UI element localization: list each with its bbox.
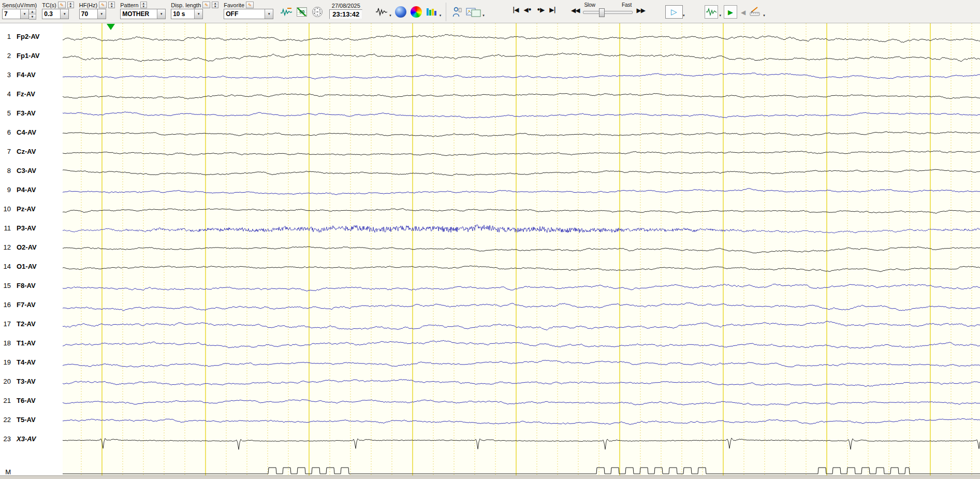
right-tools-group: ▾ ▶ ◀ ▾ [704,1,766,19]
video-review-button[interactable] [466,5,481,19]
topo-map-button[interactable] [394,5,407,19]
rewind-button[interactable]: ◀◀ [568,6,582,14]
channel-label-row[interactable]: 14O1-AV [0,263,63,271]
waveform-display-button[interactable] [375,5,388,19]
electrode-map-button[interactable] [311,5,324,19]
chevron-down-icon[interactable]: ▾ [194,9,202,19]
favorite-dropdown[interactable]: OFF ▾ [224,9,273,19]
spin-down-icon[interactable]: ▼ [212,5,218,8]
skip-to-start-button[interactable]: |◀ [510,6,521,13]
chevron-down-icon[interactable]: ▾ [389,13,391,18]
display-length-value: 10 s [171,9,194,19]
channel-label: T3-AV [17,378,36,386]
channel-label-row[interactable]: 19T4-AV [0,358,63,367]
chevron-down-icon[interactable]: ▾ [97,9,106,19]
toolbar-separator [446,3,446,21]
edit-pencil-icon[interactable]: ✎ [202,2,210,8]
channel-number: 17 [0,320,11,328]
fast-label: Fast [622,2,632,8]
display-length-spinner[interactable]: ▲ ▼ [212,2,218,8]
channel-label-row[interactable]: 2Fp1-AV [0,52,63,60]
pattern-spinner[interactable]: ▲ ▼ [140,2,147,8]
channel-label: O2-AV [17,243,37,252]
speed-slider[interactable] [583,11,633,14]
chevron-down-icon[interactable]: ▾ [265,9,273,19]
channel-number: 23 [0,435,11,443]
eeg-trace-T2-AV [63,321,980,330]
channel-label-row[interactable]: 15F8-AV [0,282,63,290]
position-marker-icon[interactable] [107,24,115,30]
channel-label-row[interactable]: 5F3-AV [0,109,63,118]
channel-label-row[interactable]: 6C4-AV [0,128,63,137]
channel-label-row[interactable]: 23X3-AV [0,435,63,443]
waveform-icon [375,7,388,17]
edit-pencil-icon[interactable]: ✎ [99,2,107,8]
montage-edit-button[interactable] [280,5,293,19]
play-button[interactable]: ▷ [665,5,683,19]
notch-filter-button[interactable]: 50 [295,5,309,19]
channel-label: T1-AV [17,339,36,347]
skip-to-end-button[interactable]: ▶| [547,6,558,13]
chevron-down-icon[interactable]: ▾ [719,13,721,19]
montage-wave-icon [280,7,292,17]
previous-page-button[interactable]: ◀ [738,6,748,19]
channel-label-row[interactable]: 10Pz-AV [0,205,63,213]
trend-wave-icon [706,8,717,16]
horizontal-scrollbar[interactable] [0,475,980,479]
chevron-down-icon[interactable]: ▾ [683,13,685,18]
eeg-area[interactable]: 1Fp2-AV2Fp1-AV3F4-AV4Fz-AV5F3-AV6C4-AV7C… [0,23,980,479]
channel-label-row[interactable]: 16F7-AV [0,301,63,309]
eeg-trace-P4-AV [63,188,980,195]
sensitivity-dropdown[interactable]: 7 ▾ [2,9,29,19]
channel-label-row[interactable]: 21T6-AV [0,397,63,405]
channel-label-row[interactable]: 4Fz-AV [0,90,63,98]
chevron-down-icon[interactable]: ▾ [482,13,485,18]
color-map-button[interactable] [409,5,423,19]
display-length-dropdown[interactable]: 10 s ▾ [171,9,203,19]
time-constant-dropdown[interactable]: 0.3 ▾ [42,9,69,19]
auto-play-button[interactable]: ▶ [724,5,737,19]
fast-forward-button[interactable]: ▶▶ [634,6,647,14]
trend-wave-button[interactable] [705,5,718,19]
spin-down-icon[interactable]: ▼ [141,5,147,8]
chevron-down-icon[interactable]: ▾ [763,13,765,19]
annotation-tools-button[interactable] [749,5,762,19]
channel-label-row[interactable]: 12O2-AV [0,243,63,252]
spin-up-icon[interactable]: ▲ [29,9,36,14]
channel-label-row[interactable]: 20T3-AV [0,378,63,386]
high-cut-dropdown[interactable]: 70 ▾ [79,9,106,19]
channel-label-row[interactable]: 8C3-AV [0,167,63,175]
patient-info-button[interactable] [450,5,464,19]
dsa-trend-button[interactable] [425,5,438,19]
channel-label-row[interactable]: 3F4-AV [0,71,63,79]
time-constant-group: TC(s) ✎ ▲ ▼ 0.3 ▾ [42,1,74,19]
edit-pencil-icon[interactable]: ✎ [58,2,66,8]
chevron-down-icon[interactable]: ▾ [440,13,442,18]
sensitivity-spinner[interactable]: ▲ ▼ [29,9,36,20]
step-back-button[interactable]: ◀• [521,6,534,13]
edit-pencil-icon[interactable]: ✎ [246,2,254,8]
time-constant-spinner[interactable]: ▲ ▼ [67,2,74,8]
favorite-value: OFF [224,9,265,19]
speed-slider-thumb[interactable] [599,8,605,17]
pattern-dropdown[interactable]: MOTHER ▾ [120,9,166,19]
spin-down-icon[interactable]: ▼ [29,14,36,19]
channel-label-row[interactable]: 22T5-AV [0,416,63,424]
step-forward-button[interactable]: •▶ [534,6,547,13]
date-label: 27/08/2025 [329,3,362,9]
channel-label-row[interactable]: 17T2-AV [0,320,63,328]
channel-number: 10 [0,205,11,213]
eeg-trace-Pz-AV [63,209,980,213]
channel-label-row[interactable]: 9P4-AV [0,186,63,194]
eeg-trace-C4-AV [63,132,980,137]
high-cut-spinner[interactable]: ▲ ▼ [108,2,115,8]
spin-down-icon[interactable]: ▼ [109,5,114,8]
channel-label-row[interactable]: 7Cz-AV [0,148,63,156]
chevron-down-icon[interactable]: ▾ [157,9,165,19]
chevron-down-icon[interactable]: ▾ [20,9,28,19]
chevron-down-icon[interactable]: ▾ [60,9,68,19]
channel-label-row[interactable]: 11P3-AV [0,224,63,233]
spin-down-icon[interactable]: ▼ [68,5,74,8]
channel-label-row[interactable]: 1Fp2-AV [0,33,63,41]
channel-label-row[interactable]: 18T1-AV [0,339,63,347]
